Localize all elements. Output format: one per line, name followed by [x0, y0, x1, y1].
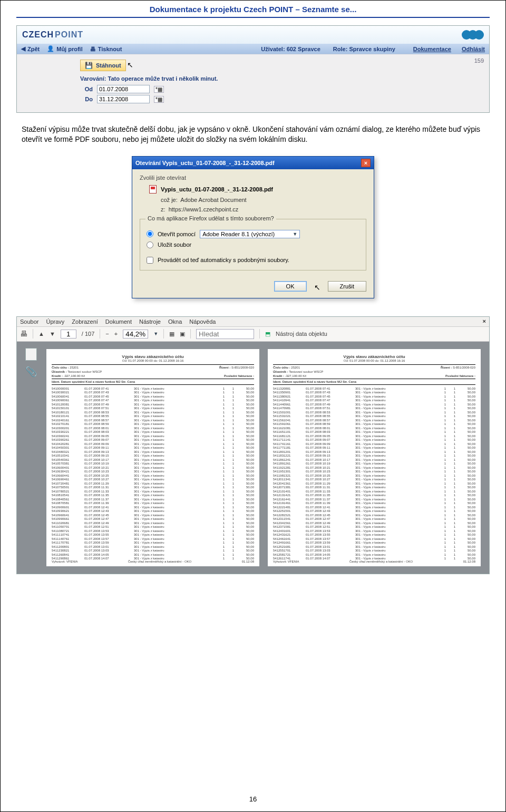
- profile-button[interactable]: 👤Můj profil: [47, 45, 83, 52]
- file-source: z: https://www1.czechpoint.cz: [161, 206, 366, 212]
- viewer-close-icon[interactable]: ×: [483, 318, 486, 324]
- viewmode-icon[interactable]: ▣: [180, 331, 185, 337]
- cancel-button[interactable]: Zrušit: [328, 281, 367, 292]
- pdf-menu: SouborÚpravyZobrazeníDokumentNástrojeOkn…: [17, 317, 489, 327]
- user-icon: 👤: [47, 45, 54, 52]
- documentation-link[interactable]: Dokumentace: [413, 46, 451, 52]
- pdf-page-2: Výpis stavu zákaznického účtuOd: 01.07.2…: [268, 349, 481, 566]
- brand-bubbles-icon: [462, 30, 484, 40]
- app-logo: CZECH POINT: [22, 30, 83, 40]
- open-app-select[interactable]: Adobe Reader 8.1 (výchozí) ▼: [200, 230, 300, 238]
- pdf-menu-item[interactable]: Nápověda: [189, 318, 216, 325]
- radio-open[interactable]: [147, 230, 153, 237]
- search-input[interactable]: [196, 329, 254, 339]
- chevron-down-icon: ▼: [293, 231, 297, 237]
- radio-save[interactable]: [147, 241, 153, 248]
- logout-link[interactable]: Odhlásit: [462, 46, 485, 52]
- dialog-filename: Vypis_uctu_01-07-2008_-_31-12-2008.pdf: [161, 186, 273, 192]
- group-legend: Co má aplikace Firefox udělat s tímto so…: [145, 215, 276, 221]
- page-input[interactable]: [61, 330, 76, 339]
- paragraph-text: Stažení výpisu může trvat skutečně delší…: [22, 124, 484, 144]
- user-label: Uživatel: 602 Spravce: [261, 46, 320, 52]
- to-input[interactable]: [97, 95, 150, 103]
- role-label: Role: Spravce skupiny: [333, 46, 395, 52]
- close-icon[interactable]: ×: [361, 159, 371, 167]
- print-button[interactable]: 🖶Tisknout: [90, 46, 122, 52]
- pdf-toolbar: 🖶 ▲ ▼ / 107 − + ▼ ▦ ▣ ⬒ Nástroj data obj…: [17, 327, 489, 342]
- chevron-down-icon[interactable]: ▼: [153, 331, 158, 336]
- page-total: / 107: [82, 331, 94, 337]
- remember-label: Provádět od teď automaticky s podobnými …: [158, 257, 289, 263]
- app-toolbar: ◀Zpět 👤Můj profil 🖶Tisknout Uživatel: 60…: [17, 44, 489, 54]
- pdf-side-panel: 📎: [21, 348, 41, 378]
- warning-text: Varování: Tato operace může trvat i něko…: [80, 75, 480, 82]
- back-icon: ◀: [21, 45, 25, 52]
- pdf-viewer: SouborÚpravyZobrazeníDokumentNástrojeOkn…: [16, 316, 490, 574]
- save-label: Uložit soubor: [158, 241, 191, 248]
- viewmode-icon[interactable]: ▦: [169, 331, 174, 337]
- record-count: 159: [474, 57, 484, 64]
- calendar-icon[interactable]: *▦: [154, 86, 164, 93]
- zoom-in-icon[interactable]: +: [114, 331, 118, 337]
- open-label: Otevřít pomocí: [158, 231, 196, 237]
- logo-point: POINT: [55, 30, 83, 40]
- pdf-menu-item[interactable]: Nástroje: [139, 318, 161, 325]
- thumbnail-icon[interactable]: [25, 348, 37, 361]
- from-label: Od: [80, 86, 93, 92]
- diskette-icon: 💾: [85, 62, 93, 69]
- page-down-icon[interactable]: ▼: [50, 331, 55, 337]
- cursor-icon: ↖: [127, 61, 133, 69]
- pdf-menu-item[interactable]: Dokument: [105, 318, 132, 325]
- pdf-page-1: Výpis stavu zákaznického účtuOd: 01.07.2…: [46, 349, 259, 566]
- czechpoint-app: CZECH POINT ◀Zpět 👤Můj profil 🖶Tisknout …: [16, 25, 490, 113]
- remember-checkbox[interactable]: [147, 257, 153, 264]
- object-tool-label: Nástroj data objektu: [276, 331, 327, 337]
- page-number: 16: [1, 795, 505, 803]
- calendar-icon[interactable]: *▦: [154, 96, 164, 103]
- object-tool-icon[interactable]: ⬒: [265, 331, 270, 337]
- print-icon: 🖶: [90, 46, 96, 52]
- attachment-icon[interactable]: 📎: [25, 366, 37, 378]
- zoom-input[interactable]: [123, 330, 148, 339]
- file-type: což je: Adobe Acrobat Document: [161, 197, 366, 203]
- download-dialog: Otevírání Vypis_uctu_01-07-2008_-_31-12-…: [132, 156, 374, 298]
- dialog-subtitle: Zvolili jste otevírat: [140, 175, 366, 181]
- pdf-menu-item[interactable]: Úpravy: [46, 318, 64, 325]
- logo-czech: CZECH: [22, 30, 54, 40]
- pdf-menu-item[interactable]: Zobrazení: [72, 318, 98, 325]
- from-input[interactable]: [97, 85, 150, 93]
- pdf-icon: [149, 185, 157, 194]
- cursor-icon: ↖: [314, 283, 320, 292]
- back-button[interactable]: ◀Zpět: [21, 45, 40, 52]
- dialog-title: Otevírání Vypis_uctu_01-07-2008_-_31-12-…: [135, 160, 275, 166]
- pdf-menu-item[interactable]: Okna: [168, 318, 182, 325]
- to-label: Do: [80, 96, 93, 102]
- pdf-menu-item[interactable]: Soubor: [20, 318, 38, 325]
- download-button[interactable]: 💾 Stáhnout: [80, 60, 126, 71]
- page-up-icon[interactable]: ▲: [38, 331, 44, 337]
- zoom-out-icon[interactable]: −: [105, 331, 109, 337]
- ok-button[interactable]: OK: [274, 281, 307, 292]
- doc-header: Dokumentace k projektu Czech POINT – Sez…: [16, 5, 490, 18]
- print-icon[interactable]: 🖶: [20, 330, 27, 338]
